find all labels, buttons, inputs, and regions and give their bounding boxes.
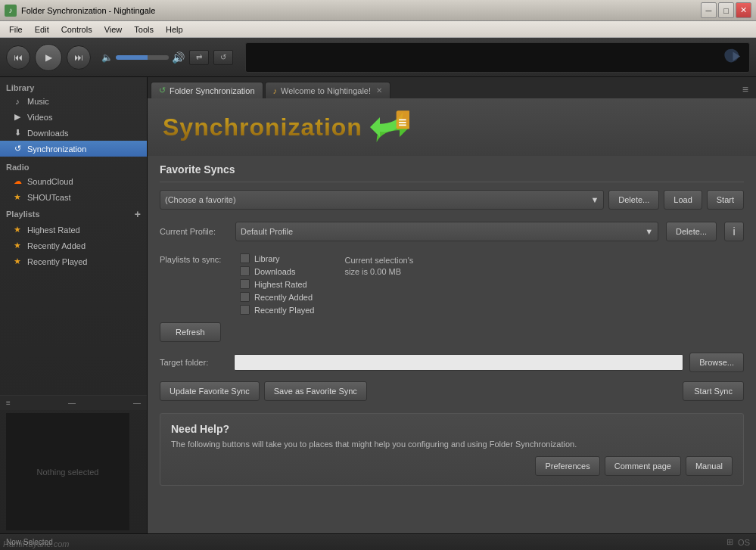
sidebar-music-label: Music [27, 97, 49, 106]
playlist-recently-played-item[interactable]: Recently Played [240, 305, 315, 315]
menu-file[interactable]: File [3, 23, 29, 36]
favorite-dropdown-arrow: ▼ [590, 195, 599, 204]
playlists-header: Playlists + [0, 205, 147, 222]
play-button[interactable]: ▶ [35, 44, 62, 71]
window-title: Folder Synchronization - Nightingale [21, 6, 701, 15]
recently-played-checkbox[interactable] [240, 305, 250, 315]
sidebar-item-highest-rated[interactable]: ★ Highest Rated [0, 222, 147, 238]
now-playing-area [245, 42, 750, 73]
tab-welcome[interactable]: ♪ Welcome to Nightingale! ✕ [265, 82, 391, 98]
sidebar-item-recently-played[interactable]: ★ Recently Played [0, 253, 147, 269]
downloads-checkbox[interactable] [240, 266, 250, 276]
tab-bar: ↺ Folder Synchronization ♪ Welcome to Ni… [148, 77, 756, 98]
target-folder-row: Target folder: Browse... [160, 353, 744, 372]
soundcloud-icon: ☁ [12, 176, 23, 186]
maximize-button[interactable]: □ [718, 2, 734, 18]
start-sync-button[interactable]: Start Sync [683, 381, 744, 401]
target-folder-label: Target folder: [160, 358, 228, 367]
playlist-recently-added-item[interactable]: Recently Added [240, 292, 315, 302]
preferences-button[interactable]: Preferences [535, 456, 599, 476]
save-favorite-button[interactable]: Save as Favorite Sync [264, 381, 367, 401]
tab-folder-sync[interactable]: ↺ Folder Synchronization [151, 82, 263, 98]
favorite-syncs-row: (Choose a favorite) ▼ Delete... Load Sta… [160, 190, 744, 210]
next-button[interactable]: ⏭ [67, 45, 91, 70]
close-button[interactable]: ✕ [736, 2, 751, 18]
main-layout: Library ♪ Music ▶ Videos ⬇ Downloads ↺ S… [0, 77, 756, 533]
sidebar-item-soundcloud[interactable]: ☁ SoundCloud [0, 173, 147, 189]
radio-header: Radio [0, 160, 147, 173]
start-favorite-button[interactable]: Start [707, 190, 744, 210]
choose-favorite-label: (Choose a favorite) [165, 195, 236, 204]
sidebar-scroll-right[interactable]: ― [133, 399, 141, 407]
profile-select[interactable]: Default Profile ▼ [235, 222, 658, 241]
browse-button[interactable]: Browse... [689, 353, 744, 372]
add-playlist-button[interactable]: + [135, 208, 141, 220]
load-favorite-button[interactable]: Load [664, 190, 702, 210]
repeat-button[interactable]: ↺ [213, 50, 233, 65]
sync-panel: Synchronization Favorite Syncs (Choose a… [148, 98, 756, 533]
delete-favorite-button[interactable]: Delete... [608, 190, 659, 210]
sidebar-item-videos[interactable]: ▶ Videos [0, 109, 147, 125]
comment-page-button[interactable]: Comment page [605, 456, 681, 476]
playlists-sync-area: Playlists to sync: Library Downloads [160, 253, 744, 315]
tab-welcome-label: Welcome to Nightingale! [281, 86, 371, 95]
album-art-area: Nothing selected [6, 413, 129, 530]
highest-rated-checkbox[interactable] [240, 279, 250, 289]
tab-close-button[interactable]: ✕ [376, 86, 382, 95]
recently-added-label: Recently Added [254, 293, 313, 302]
target-folder-input[interactable] [234, 354, 683, 371]
bottom-actions-row: Update Favorite Sync Save as Favorite Sy… [160, 381, 744, 401]
menu-controls[interactable]: Controls [55, 23, 98, 36]
sidebar-sync-label: Synchronization [27, 144, 86, 154]
manual-button[interactable]: Manual [686, 456, 733, 476]
playlists-list: Library Downloads Highest Rated [240, 253, 315, 315]
sidebar-item-recently-added[interactable]: ★ Recently Added [0, 238, 147, 253]
refresh-button[interactable]: Refresh [160, 322, 221, 342]
recently-added-checkbox[interactable] [240, 292, 250, 302]
playlist-highest-rated-item[interactable]: Highest Rated [240, 279, 315, 289]
volume-slider[interactable] [116, 55, 169, 60]
prev-button[interactable]: ⏮ [6, 45, 30, 70]
sync-icon: ↺ [12, 144, 23, 154]
sidebar-item-shoutcast[interactable]: ★ SHOUTcast [0, 189, 147, 205]
profile-row: Current Profile: Default Profile ▼ Delet… [160, 222, 744, 241]
os-status-icon: ⊞ [726, 537, 733, 547]
shuffle-button[interactable]: ⇄ [189, 50, 209, 65]
menu-tools[interactable]: Tools [128, 23, 160, 36]
menu-help[interactable]: Help [160, 23, 189, 36]
tab-welcome-icon: ♪ [273, 86, 278, 95]
status-right: ⊞ OS [726, 537, 750, 547]
recently-played-icon: ★ [12, 256, 23, 266]
app-icon: ♪ [5, 5, 17, 17]
sync-header: Synchronization [148, 98, 756, 156]
sidebar: Library ♪ Music ▶ Videos ⬇ Downloads ↺ S… [0, 77, 148, 533]
tab-menu-button[interactable]: ≡ [738, 80, 753, 98]
toolbar: ⏮ ▶ ⏭ 🔈 🔊 ⇄ ↺ [0, 38, 756, 77]
sidebar-bottom: ≡ ― ― Nothing selected [0, 395, 147, 533]
highest-rated-label: Highest Rated [254, 280, 307, 289]
delete-profile-button[interactable]: Delete... [666, 222, 717, 241]
sidebar-recently-added-label: Recently Added [27, 241, 86, 250]
minimize-button[interactable]: ─ [701, 2, 717, 18]
sidebar-scroll-left[interactable]: ― [14, 399, 130, 407]
playlist-downloads-item[interactable]: Downloads [240, 266, 315, 276]
menu-view[interactable]: View [98, 23, 129, 36]
library-checkbox[interactable] [240, 253, 250, 263]
sidebar-item-music[interactable]: ♪ Music [0, 94, 147, 109]
volume-max-icon: 🔊 [172, 51, 185, 64]
playlist-library-item[interactable]: Library [240, 253, 315, 263]
favorite-sync-select[interactable]: (Choose a favorite) ▼ [160, 190, 604, 210]
sidebar-menu-icon[interactable]: ≡ [6, 399, 11, 407]
profile-info-button[interactable]: i [724, 222, 744, 241]
title-bar: ♪ Folder Synchronization - Nightingale ─… [0, 0, 756, 21]
sync-body: Favorite Syncs (Choose a favorite) ▼ Del… [148, 156, 756, 498]
playlists-sync-group: Playlists to sync: Library Downloads [160, 253, 315, 315]
sidebar-item-downloads[interactable]: ⬇ Downloads [0, 125, 147, 141]
volume-icon: 🔈 [101, 52, 113, 63]
update-favorite-button[interactable]: Update Favorite Sync [160, 381, 260, 401]
menu-edit[interactable]: Edit [29, 23, 55, 36]
default-profile-label: Default Profile [241, 227, 293, 236]
sidebar-item-synchronization[interactable]: ↺ Synchronization [0, 141, 147, 157]
help-text: The following buttons will take you to p… [171, 440, 733, 449]
highest-rated-icon: ★ [12, 225, 23, 235]
